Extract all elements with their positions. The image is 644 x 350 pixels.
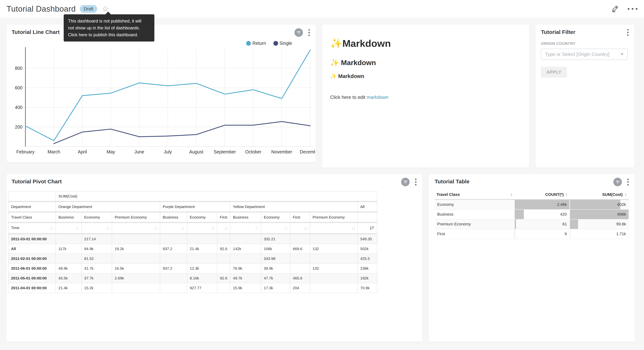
filter-indicator-icon[interactable] [401,178,410,186]
sort-icon[interactable]: ↓↑ [304,226,307,231]
pivot-header-cell: SUM(Cost) [56,191,377,202]
legend-dot-icon [274,41,278,46]
sort-icon[interactable]: ↓↑ [211,226,214,231]
pivot-cell: 8.16k [187,273,217,283]
pivot-cell: 238k [358,264,377,273]
pivot-header-cell: ↓↑ [160,222,187,234]
filter-indicator-icon[interactable] [294,28,303,37]
pivot-cell [217,264,230,273]
edit-pencil-icon[interactable] [611,4,619,14]
pivot-row: 2011-06-01 00:00:0049.9k41.7k16.5k937.21… [8,264,377,273]
table-header-travel-class[interactable]: Travel Class▲▼ [435,190,514,200]
pivot-header-cell: ↓↑ [187,222,217,234]
legend-item[interactable]: Single [274,40,292,46]
sort-icon[interactable]: ↓↑ [76,226,79,231]
sort-icon[interactable]: ↓↑ [224,226,228,231]
pivot-header-cell: Travel Class [8,212,56,222]
apply-button[interactable]: APPLY [541,67,567,78]
pivot-header-cell: ↓↑ [290,222,310,234]
markdown-paragraph-text: Click here to edit [330,94,367,100]
count-cell: 9 [514,229,570,239]
pivot-cell [160,254,187,264]
legend-item[interactable]: Return [246,40,266,46]
pivot-header-cell: ↓↑ [56,222,82,234]
pivot-cell: 92.6 [217,273,230,283]
pivot-header-cell: Department [8,202,56,212]
markdown-heading-2: ✨ Markdown [330,58,521,67]
pivot-row: 2011-02-01 00:00:0081.52343.98425.5 [8,254,377,264]
sort-icon[interactable]: ↓↑ [106,226,109,231]
table-header-sum-cost-[interactable]: SUM(Cost)▲▼ [570,190,628,200]
filter-card: Tutorial Filter ORIGIN COUNTRY Type or S… [536,25,634,168]
table-header-count-[interactable]: COUNT(*)▲▼ [514,190,570,200]
pivot-cell: 41.7k [82,264,112,273]
status-badge[interactable]: Draft [80,5,97,13]
table-title: Tutorial Table [435,178,470,184]
sort-icon[interactable]: ↓↑ [50,226,53,231]
pivot-cell [217,254,230,264]
y-axis-tick: 800 [15,66,22,71]
legend-label: Return [252,40,266,46]
pivot-cell: 15.9k [230,283,261,293]
column-label: SUM(Cost) [602,192,622,197]
line-chart-plot: 200400600800FebruaryMarchAprilMayJuneJul… [6,46,315,162]
line-chart-actions [294,28,310,37]
x-axis-tick: March [48,149,60,154]
pivot-header-cell: Business [56,212,82,222]
pivot-cell [112,283,160,293]
filter-indicator-icon[interactable] [613,178,622,186]
more-options-icon[interactable] [628,8,638,10]
pivot-header-cell: ↓↑ [82,222,112,234]
table-row: Economy2.46k602k [435,200,628,210]
sort-caret-icon[interactable]: ▲▼ [510,192,512,196]
sort-icon[interactable]: ↓↑ [154,226,157,231]
x-axis-tick: December [300,149,315,154]
pivot-header-cell [358,212,377,222]
table-card: Tutorial Table Travel Class▲▼COUNT(*)▲▼S… [429,174,634,342]
pivot-chart-title: Tutorial Pivot Chart [12,178,62,184]
pivot-cell: 19.2k [112,244,160,254]
pivot-cell: 12.3k [187,264,217,273]
sort-descending-icon[interactable] [369,226,374,231]
pivot-cell: 16.5k [112,264,160,273]
chart-menu-icon[interactable] [414,178,417,186]
markdown-paragraph: Click here to edit markdown [330,94,521,100]
pivot-cell [230,254,261,264]
sum-cost-cell: 602k [570,200,628,210]
pivot-header-cell: Business [230,212,261,222]
origin-country-select[interactable]: Type or Select [Origin Country] [541,48,628,60]
sort-caret-icon[interactable]: ▲▼ [566,192,568,196]
pivot-header-cell: ↓↑ [112,222,160,234]
sort-icon[interactable]: ↓↑ [255,226,258,231]
pivot-cell: 49.7k [230,273,261,283]
markdown-link[interactable]: markdown [367,94,388,100]
pivot-cell: 502k [358,244,377,254]
sort-caret-icon[interactable]: ▲▼ [624,192,627,196]
column-label: Travel Class [436,192,460,197]
pivot-header-cell: First [290,212,310,222]
pivot-cell [290,234,310,244]
select-placeholder: Type or Select [Origin Country] [545,52,609,57]
count-cell: 420 [514,210,570,219]
pivot-cell: 192k [358,273,377,283]
sort-icon[interactable]: ↓↑ [352,226,355,231]
x-axis-tick: October [245,149,262,154]
pivot-row-label: 2011-03-01 00:00:00 [8,234,56,244]
chart-menu-icon[interactable] [626,178,630,186]
travel-class-table: Travel Class▲▼COUNT(*)▲▼SUM(Cost)▲▼Econo… [435,190,628,239]
filter-menu-icon[interactable] [626,28,629,37]
sort-icon[interactable]: ↓↑ [284,226,287,231]
pivot-cell: 117k [56,244,82,254]
pivot-cell: 132 [310,244,358,254]
time-row-label: Time [11,226,20,230]
pivot-cell: 343.98 [261,254,290,264]
pivot-header-cell: Economy [187,212,217,222]
page-title: Tutorial Dashboard [6,4,76,14]
sort-icon[interactable]: ↓↑ [181,226,184,231]
pivot-header-cell: Economy [82,212,112,222]
pivot-cell: 49.9k [56,264,82,273]
pivot-chart-actions [401,178,417,186]
pivot-cell: 217.14 [82,234,112,244]
chart-menu-icon[interactable] [308,28,310,37]
pivot-cell: 92.6 [217,244,230,254]
